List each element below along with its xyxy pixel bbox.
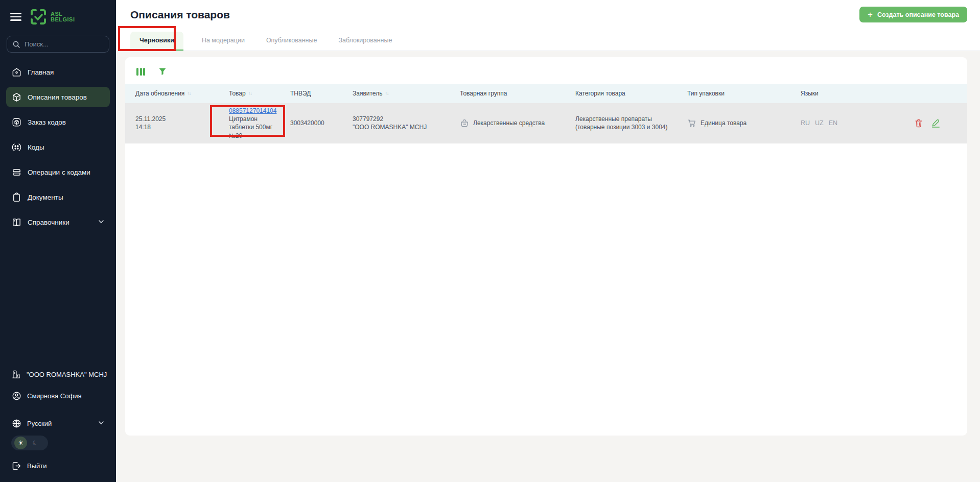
language-badge: EN	[829, 119, 837, 128]
cell-applicant: 307797292 "OOO ROMASHKA" MCHJ	[342, 111, 450, 135]
app-logo: ASL BELGISI	[30, 8, 75, 26]
page-title: Описания товаров	[130, 9, 230, 21]
language-label: Русский	[27, 420, 52, 427]
language-badge: UZ	[815, 119, 824, 128]
documents-icon	[11, 192, 21, 202]
package-icon	[11, 92, 21, 102]
sidebar-item-label: Заказ кодов	[28, 118, 66, 126]
tab-blocked[interactable]: Заблокированные	[335, 32, 395, 51]
order-codes-icon	[11, 117, 21, 127]
sidebar-item-label: Операции с кодами	[28, 168, 90, 176]
cell-updated: 25.11.2025 14:18	[125, 111, 219, 135]
column-header-group: Товарная группа	[450, 90, 565, 97]
cart-icon	[687, 118, 696, 128]
logo-scan-check-icon	[30, 8, 47, 26]
main-body: Дата обновления ↑↓ Товар ↑↓ ТНВЭД Заявит…	[116, 52, 980, 482]
codes-icon	[11, 142, 21, 152]
book-icon	[11, 217, 21, 227]
sidebar-item-directories[interactable]: Справочники	[6, 212, 110, 232]
logout-icon	[11, 461, 21, 471]
menu-icon[interactable]	[10, 13, 21, 21]
code-operations-icon	[11, 167, 21, 177]
table-header-row: Дата обновления ↑↓ Товар ↑↓ ТНВЭД Заявит…	[125, 84, 967, 103]
table-row[interactable]: 25.11.2025 14:18 08857127014104 Цитрамон…	[125, 103, 967, 143]
cell-languages: RU UZ EN	[790, 115, 904, 131]
sort-icon: ↑↓	[385, 91, 388, 96]
company-name: "OOO ROMASHKA" MCHJ	[27, 371, 107, 378]
theme-toggle[interactable]: ☀ ☾	[11, 436, 48, 450]
cell-product-group: Лекарственные средства	[450, 115, 565, 131]
search-icon	[12, 40, 20, 49]
tab-published[interactable]: Опубликованные	[263, 32, 320, 51]
cell-category: Лекарственные препараты (товарные позици…	[565, 111, 677, 135]
columns-settings-icon[interactable]	[136, 68, 145, 76]
sidebar-item-home[interactable]: Главная	[6, 62, 110, 82]
packaging-type: Единица товара	[701, 119, 746, 127]
globe-icon	[11, 418, 21, 428]
column-header-tnved: ТНВЭД	[280, 90, 342, 97]
sort-icon: ↑↓	[187, 91, 191, 96]
language-badge: RU	[801, 119, 810, 128]
sidebar-item-code-operations[interactable]: Операции с кодами	[6, 162, 110, 182]
applicant-id: 307797292	[353, 115, 447, 123]
column-header-applicant[interactable]: Заявитель ↑↓	[342, 90, 450, 97]
sidebar-item-label: Описания товаров	[28, 93, 87, 101]
applicant-name: "OOO ROMASHKA" MCHJ	[353, 123, 447, 131]
column-header-product[interactable]: Товар ↑↓	[219, 90, 280, 97]
column-header-packaging: Тип упаковки	[677, 90, 790, 97]
tab-drafts[interactable]: Черновики	[130, 32, 183, 51]
main-header: Описания товаров + Создать описание това…	[116, 0, 980, 51]
product-code-link[interactable]: 08857127014104	[229, 107, 276, 114]
dark-theme-icon[interactable]: ☾	[27, 435, 44, 451]
sidebar-item-label: Коды	[28, 143, 44, 151]
light-theme-icon[interactable]: ☀	[14, 437, 27, 449]
sidebar-item-product-descriptions[interactable]: Описания товаров	[6, 87, 110, 107]
sidebar-header: ASL BELGISI	[0, 0, 116, 29]
cell-product: 08857127014104 Цитрамон таблетки 500мг №…	[219, 103, 280, 143]
logo-text: ASL BELGISI	[51, 11, 75, 22]
edit-button[interactable]	[931, 118, 941, 128]
cell-tnved: 3003420000	[280, 115, 342, 131]
product-name: Цитрамон таблетки 500мг №20	[229, 115, 277, 140]
user-item[interactable]: Смирнова София	[6, 385, 110, 406]
column-header-languages: Языки	[790, 90, 904, 97]
product-group: Лекарственные средства	[473, 119, 545, 127]
basket-icon	[460, 118, 469, 128]
sidebar-item-label: Главная	[28, 68, 54, 76]
search-input[interactable]	[25, 40, 104, 48]
user-icon	[11, 391, 21, 401]
updated-date: 25.11.2025	[135, 115, 216, 123]
company-icon	[11, 369, 21, 379]
tab-bar: Черновики На модерации Опубликованные За…	[130, 32, 395, 51]
sidebar: ASL BELGISI Главная Описания товаров	[0, 0, 116, 482]
sort-icon: ↑↓	[248, 91, 252, 96]
sidebar-footer: "OOO ROMASHKA" MCHJ Смирнова София Русск…	[0, 364, 116, 482]
delete-button[interactable]	[914, 118, 923, 128]
chevron-down-icon	[98, 218, 105, 227]
filter-icon[interactable]	[158, 67, 167, 76]
sidebar-item-label: Документы	[28, 194, 63, 201]
create-button-label: Создать описание товара	[877, 11, 959, 18]
plus-icon: +	[868, 10, 873, 19]
sidebar-item-codes[interactable]: Коды	[6, 137, 110, 157]
company-item[interactable]: "OOO ROMASHKA" MCHJ	[6, 364, 110, 384]
user-name: Смирнова София	[27, 392, 81, 400]
column-header-category: Категория товара	[565, 90, 677, 97]
sidebar-item-order-codes[interactable]: Заказ кодов	[6, 112, 110, 132]
logout-button[interactable]: Выйти	[6, 455, 110, 476]
sidebar-nav: Главная Описания товаров Заказ кодов Код…	[0, 62, 116, 237]
create-description-button[interactable]: + Создать описание товара	[859, 7, 967, 22]
cell-packaging: Единица товара	[677, 115, 790, 131]
sidebar-item-label: Справочники	[28, 219, 69, 226]
main-area: Описания товаров + Создать описание това…	[116, 0, 980, 482]
cell-actions	[904, 115, 976, 132]
sidebar-search	[7, 36, 109, 53]
chevron-down-icon	[98, 419, 105, 428]
sidebar-item-documents[interactable]: Документы	[6, 187, 110, 207]
table-toolbar	[125, 57, 967, 84]
column-header-updated[interactable]: Дата обновления ↑↓	[125, 90, 219, 97]
logout-label: Выйти	[27, 462, 47, 470]
updated-time: 14:18	[135, 123, 216, 131]
tab-moderation[interactable]: На модерации	[199, 32, 248, 51]
language-selector[interactable]: Русский	[6, 413, 110, 433]
